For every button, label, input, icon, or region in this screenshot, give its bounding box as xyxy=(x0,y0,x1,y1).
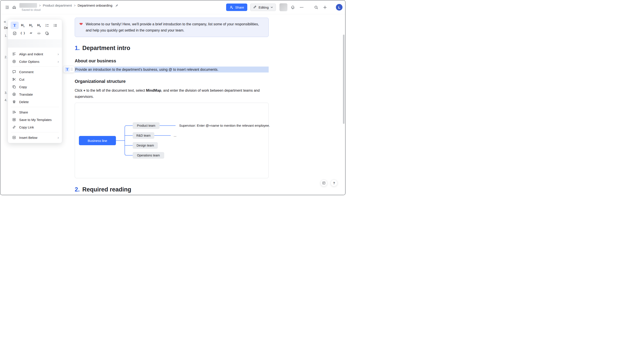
checkbox-icon xyxy=(12,31,17,36)
format-checkbox-button[interactable] xyxy=(10,30,19,37)
menu-divider xyxy=(11,107,59,107)
chevron-right-icon: › xyxy=(58,52,59,56)
document-body: ❤ Welcome to our family! Here, we'll pro… xyxy=(75,14,269,193)
format-text-button[interactable]: T xyxy=(10,22,19,29)
heart-emoji: ❤ xyxy=(79,21,83,34)
outline-item-number[interactable]: 4. xyxy=(5,98,7,102)
menu-item-copy-link[interactable]: Copy Link xyxy=(8,124,62,131)
format-h2-button[interactable]: H2 xyxy=(27,22,35,29)
heading-number: 1. xyxy=(75,44,80,52)
heading1-icon: H1 xyxy=(21,23,24,28)
mindmap-supervisor-note[interactable]: Supervisor: Enter @+name to mention the … xyxy=(179,124,270,127)
collaborator-avatar-redacted[interactable] xyxy=(280,3,288,11)
menu-item-comment[interactable]: Comment xyxy=(8,68,62,76)
color-options-icon xyxy=(12,59,16,64)
breadcrumb-page-title: Department onboarding xyxy=(78,4,112,7)
editing-mode-button[interactable]: Editing xyxy=(250,4,276,11)
breadcrumb-separator: > xyxy=(74,4,76,7)
format-code-button[interactable]: { } xyxy=(19,30,27,37)
mindmap-instruction-paragraph[interactable]: Click + to the left of the document text… xyxy=(75,88,269,100)
heading-about-our-business[interactable]: About our business xyxy=(75,58,269,64)
menu-item-label: Save to My Templates xyxy=(19,118,59,122)
selected-paragraph[interactable]: Provide an introduction to the departmen… xyxy=(75,66,269,72)
menu-divider xyxy=(11,132,59,132)
mindmap-node-product-team[interactable]: Product team xyxy=(133,122,160,129)
drag-handle-icon[interactable] xyxy=(71,68,73,71)
block-type-text-icon[interactable]: T xyxy=(65,67,70,72)
search-icon[interactable] xyxy=(312,4,320,11)
svg-text:1: 1 xyxy=(46,24,46,25)
mindmap-node-operations-team[interactable]: Operations team xyxy=(133,152,164,159)
align-indent-icon xyxy=(12,52,16,56)
breadcrumb-separator: > xyxy=(39,4,41,7)
menu-item-copy[interactable]: Copy xyxy=(8,83,62,90)
outline-item-number[interactable]: 3. xyxy=(5,91,7,94)
mindmap-root-node[interactable]: Business line xyxy=(79,136,116,145)
paragraph-text: Click xyxy=(75,88,83,92)
menu-item-label: Comment xyxy=(19,70,59,74)
menu-item-translate[interactable]: Translate xyxy=(8,90,62,98)
vertical-scrollbar[interactable] xyxy=(343,34,344,124)
format-divider-button[interactable] xyxy=(35,30,43,37)
format-blocks-button[interactable] xyxy=(43,30,51,37)
sidebar-toggle-icon[interactable] xyxy=(4,4,10,11)
heading-department-intro[interactable]: 1. Department intro xyxy=(75,44,269,52)
format-h3-button[interactable]: H3 xyxy=(35,22,43,29)
heading3-icon: H3 xyxy=(37,23,41,28)
outline-item-number[interactable]: 1. xyxy=(5,34,7,38)
main-area: « De 1. 2. 3. 4. ❤ Welcome to our family… xyxy=(0,14,345,195)
menu-item-save-template[interactable]: Save to My Templates xyxy=(8,116,62,124)
paragraph-bold: MindMap xyxy=(146,88,161,92)
menu-item-label: Copy xyxy=(19,85,59,89)
heading-organizational-structure[interactable]: Organizational structure xyxy=(75,79,269,84)
menu-list: Align and Indent › Color Options › Comme… xyxy=(8,49,62,141)
share-button[interactable]: Share xyxy=(226,4,247,11)
outline-item-number[interactable]: 2. xyxy=(5,55,7,59)
menu-item-color-options[interactable]: Color Options › xyxy=(8,58,62,65)
menu-item-align-indent[interactable]: Align and Indent › xyxy=(8,50,62,58)
heading-required-reading[interactable]: 2. Required reading xyxy=(75,186,269,193)
home-icon[interactable] xyxy=(10,4,18,11)
breadcrumb-section[interactable]: Product department xyxy=(43,4,72,7)
catalog-icon[interactable] xyxy=(320,180,327,186)
user-avatar[interactable]: L xyxy=(336,4,342,10)
mindmap-ellipsis[interactable]: ... xyxy=(174,134,176,137)
pin-icon[interactable] xyxy=(115,4,119,8)
bell-icon[interactable] xyxy=(289,4,296,11)
pencil-icon xyxy=(253,5,257,10)
format-quote-button[interactable]: “ xyxy=(27,30,35,37)
format-bullet-list-button[interactable] xyxy=(51,22,59,29)
collapse-outline-icon[interactable]: « xyxy=(4,19,6,24)
format-h1-button[interactable]: H1 xyxy=(19,22,27,29)
trash-icon xyxy=(12,100,16,104)
breadcrumb-workspace-redacted[interactable] xyxy=(20,3,37,8)
comment-icon xyxy=(12,70,16,74)
scissors-icon xyxy=(12,77,16,82)
menu-item-label: Color Options xyxy=(19,60,58,64)
format-ordered-list-button[interactable]: 12 xyxy=(43,22,51,29)
svg-text:2: 2 xyxy=(46,25,46,27)
more-options-icon[interactable] xyxy=(298,4,305,11)
link-icon xyxy=(12,125,16,129)
chevron-down-icon xyxy=(270,6,273,9)
mindmap-block[interactable]: Business line Product team R&D team Desi… xyxy=(75,103,269,178)
menu-item-delete[interactable]: Delete xyxy=(8,98,62,106)
blocks-icon xyxy=(45,31,49,36)
insert-below-icon xyxy=(12,135,16,140)
heading-number: 2. xyxy=(75,186,80,193)
quote-icon: “ xyxy=(29,34,32,36)
menu-item-label: Cut xyxy=(19,78,59,81)
mindmap-node-design-team[interactable]: Design team xyxy=(133,142,158,149)
mindmap-node-rd-team[interactable]: R&D team xyxy=(133,132,154,139)
bullet-list-icon xyxy=(53,23,57,28)
app-window: > Product department > Department onboar… xyxy=(0,0,346,195)
topbar: > Product department > Department onboar… xyxy=(0,0,345,14)
menu-item-cut[interactable]: Cut xyxy=(8,76,62,83)
menu-item-insert-below[interactable]: Insert Below › xyxy=(8,134,62,141)
translate-icon xyxy=(12,92,16,96)
callout-text: Welcome to our family! Here, we'll provi… xyxy=(86,21,264,34)
create-new-icon[interactable] xyxy=(321,4,328,11)
menu-item-share[interactable]: Share xyxy=(8,108,62,116)
callout-block[interactable]: ❤ Welcome to our family! Here, we'll pro… xyxy=(75,18,269,37)
help-icon[interactable]: ? xyxy=(330,180,338,186)
